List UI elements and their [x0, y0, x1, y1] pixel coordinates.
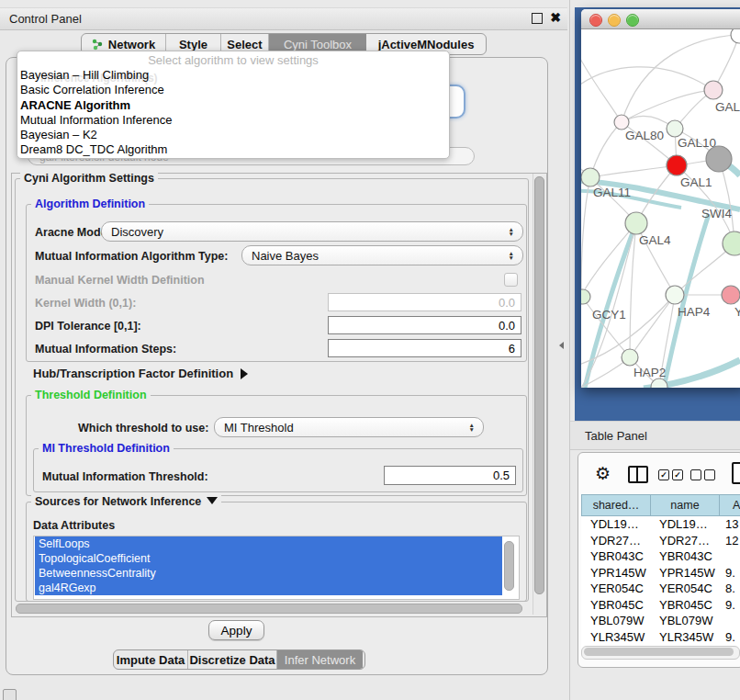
node-label: HAP2 — [633, 366, 666, 379]
network-canvas[interactable]: GALGAL80GAL10GAL1GAL11SWI4GAL4HAP4YGCY1H… — [581, 29, 740, 388]
network-node[interactable] — [667, 155, 687, 175]
network-node[interactable] — [706, 146, 732, 172]
node-label: GAL4 — [639, 233, 671, 247]
stepper-icon: ▲▼ — [469, 423, 475, 432]
checked-checkbox-icon[interactable]: ✓ — [672, 469, 683, 480]
table-cell: 9. — [719, 629, 740, 646]
node-label: GAL11 — [593, 186, 631, 199]
apply-button[interactable]: Apply — [208, 620, 264, 640]
network-node[interactable] — [666, 286, 684, 304]
tab-impute-data[interactable]: Impute Data — [114, 650, 188, 669]
status-bar-icon[interactable] — [3, 689, 17, 700]
table-row[interactable]: YDL19…YDL19…13 — [581, 516, 740, 533]
mi-threshold-label: Mutual Information Threshold: — [42, 470, 208, 483]
table-cell: YBR045C — [581, 597, 650, 614]
table-cell: YBR043C — [650, 548, 719, 565]
network-node[interactable] — [667, 120, 683, 137]
unchecked-checkbox-icon[interactable] — [704, 469, 715, 480]
gear-icon[interactable]: ⚙ — [595, 463, 611, 484]
minimize-traffic-light-icon[interactable] — [608, 14, 621, 27]
algorithm-option[interactable]: Bayesian – K2 — [17, 128, 449, 142]
network-node[interactable] — [614, 115, 629, 130]
attribute-item-selected[interactable]: BetweennessCentrality — [35, 566, 502, 581]
aracne-mode-select[interactable]: Discovery ▲▼ — [101, 221, 523, 242]
table-column-header[interactable]: Av — [719, 494, 740, 516]
table-row[interactable]: YBR043CYBR043C — [581, 548, 740, 565]
which-threshold-select[interactable]: MI Threshold ▲▼ — [214, 417, 484, 437]
table-cell: 9. — [719, 565, 740, 581]
splitter-collapse-icon[interactable] — [559, 342, 564, 349]
zoom-traffic-light-icon[interactable] — [626, 14, 639, 27]
which-threshold-value: MI Threshold — [224, 421, 294, 435]
control-panel-titlebar: Control Panel ✖ — [0, 7, 567, 30]
table-cell: YPR145W — [650, 565, 719, 581]
sources-title-label: Sources for Network Inference — [35, 495, 201, 508]
table-cell: YBR043C — [581, 548, 650, 565]
network-node[interactable] — [704, 81, 723, 99]
expand-arrow-icon — [241, 368, 248, 379]
table-row[interactable]: YLR345WYLR345W9. — [581, 629, 740, 646]
dpi-tolerance-field[interactable]: 0.0 — [328, 316, 521, 334]
mi-steps-label: Mutual Information Steps: — [35, 343, 176, 356]
manual-kernel-width-checkbox[interactable] — [504, 273, 518, 287]
kernel-width-field[interactable]: 0.0 — [328, 293, 521, 311]
network-node[interactable] — [622, 349, 638, 366]
tab-discretize-data[interactable]: Discretize Data — [188, 650, 277, 669]
algorithm-option[interactable]: Bayesian – Hill Climbing — [17, 68, 449, 83]
close-icon[interactable]: ✖ — [550, 10, 561, 25]
table-cell: 8. — [719, 581, 740, 597]
network-node[interactable] — [581, 168, 600, 186]
manual-kernel-width-label: Manual Kernel Width Definition — [35, 274, 205, 287]
attribute-item-selected[interactable]: TopologicalCoefficient — [35, 551, 502, 566]
data-attributes-label: Data Attributes — [33, 519, 115, 532]
network-tab-icon — [92, 39, 104, 51]
network-node[interactable] — [722, 286, 740, 304]
settings-vertical-scrollbar-thumb[interactable] — [534, 176, 544, 594]
algorithm-option[interactable]: ARACNE Algorithm — [17, 98, 449, 113]
table-row[interactable]: YDR27…YDR27…12 — [581, 533, 740, 549]
table-column-header[interactable]: shared… — [581, 494, 650, 516]
list-scrollbar-thumb[interactable] — [504, 541, 514, 591]
mi-algorithm-type-select[interactable]: Naive Bayes ▲▼ — [241, 245, 523, 265]
algorithm-option[interactable]: Mutual Information Inference — [17, 113, 449, 128]
table-row[interactable]: YER054CYER054C8. — [581, 581, 740, 597]
document-icon[interactable] — [732, 462, 740, 484]
bottom-tab-bar: Impute Data Discretize Data Infer Networ… — [113, 649, 365, 670]
table-cell: YLR345W — [650, 629, 719, 646]
mi-steps-field[interactable]: 6 — [328, 339, 521, 357]
attribute-item-selected[interactable]: SelfLoops — [35, 536, 502, 551]
table-cell: YBR045C — [650, 597, 719, 614]
table-row[interactable]: YPR145WYPR145W9. — [581, 565, 740, 581]
table-column-header[interactable]: name — [650, 494, 719, 516]
checked-checkbox-icon[interactable]: ✓ — [658, 469, 669, 480]
network-node[interactable] — [731, 29, 740, 43]
close-traffic-light-icon[interactable] — [589, 14, 602, 27]
tab-infer-network[interactable]: Infer Network — [277, 650, 363, 669]
algorithm-option[interactable]: Basic Correlation Inference — [17, 83, 449, 97]
float-window-icon[interactable] — [532, 13, 543, 24]
hub-definition-toggle[interactable]: Hub/Transcription Factor Definition — [33, 367, 248, 380]
network-node[interactable] — [581, 289, 590, 304]
table-row[interactable]: YBR045CYBR045C9. — [581, 597, 740, 614]
node-label: SWI4 — [701, 207, 732, 220]
attribute-item-selected[interactable]: gal4RGexp — [35, 581, 502, 595]
dpi-tolerance-value: 0.0 — [499, 319, 515, 333]
network-edge — [630, 295, 675, 357]
settings-horizontal-scrollbar-thumb[interactable] — [16, 604, 522, 614]
node-label: GAL — [715, 100, 740, 114]
network-node[interactable] — [625, 212, 647, 234]
mi-threshold-field[interactable]: 0.5 — [384, 466, 516, 485]
tab-label: Cyni Toolbox — [284, 38, 352, 51]
mi-algorithm-type-value: Naive Bayes — [252, 249, 319, 263]
sources-title[interactable]: Sources for Network Inference — [31, 495, 221, 508]
node-label: GCY1 — [592, 308, 626, 322]
table-horizontal-scrollbar-thumb[interactable] — [584, 648, 734, 656]
unchecked-checkbox-icon[interactable] — [690, 469, 701, 480]
column-layout-icon[interactable] — [628, 466, 648, 483]
network-window-titlebar[interactable] — [581, 9, 740, 29]
algorithm-dropdown: Inference Algorithm(s) Select algorithm … — [17, 51, 450, 159]
table-row[interactable]: YBL079WYBL079W — [581, 613, 740, 629]
algorithm-option[interactable]: Dream8 DC_TDC Algorithm — [17, 142, 449, 157]
table-cell: YLR345W — [581, 629, 650, 646]
panel-divider[interactable] — [569, 0, 570, 700]
